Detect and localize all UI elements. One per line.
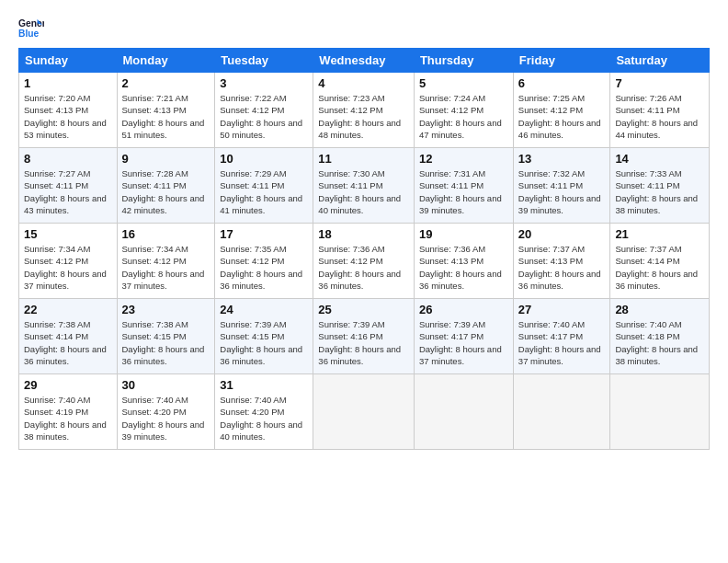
calendar-cell: 23Sunrise: 7:38 AMSunset: 4:15 PMDayligh…: [117, 299, 215, 374]
day-info: Sunrise: 7:39 AMSunset: 4:17 PMDaylight:…: [419, 319, 502, 366]
day-number: 27: [518, 303, 606, 316]
day-info: Sunrise: 7:37 AMSunset: 4:13 PMDaylight:…: [518, 244, 601, 291]
day-info: Sunrise: 7:28 AMSunset: 4:11 PMDaylight:…: [122, 168, 205, 215]
day-number: 3: [220, 76, 308, 90]
day-number: 24: [220, 303, 308, 316]
calendar-week-row: 1Sunrise: 7:20 AMSunset: 4:13 PMDaylight…: [19, 73, 710, 148]
day-info: Sunrise: 7:33 AMSunset: 4:11 PMDaylight:…: [615, 168, 698, 215]
calendar-cell: 9Sunrise: 7:28 AMSunset: 4:11 PMDaylight…: [117, 148, 215, 224]
calendar-week-row: 29Sunrise: 7:40 AMSunset: 4:19 PMDayligh…: [19, 374, 710, 450]
calendar-cell: [610, 374, 710, 450]
day-number: 16: [122, 227, 210, 241]
weekday-header: Friday: [513, 49, 610, 73]
day-number: 10: [220, 152, 308, 166]
day-number: 29: [24, 378, 112, 392]
day-number: 17: [220, 227, 308, 241]
day-number: 9: [122, 152, 210, 166]
calendar-cell: 8Sunrise: 7:27 AMSunset: 4:11 PMDaylight…: [19, 148, 118, 224]
calendar-cell: 17Sunrise: 7:35 AMSunset: 4:12 PMDayligh…: [215, 224, 313, 299]
day-info: Sunrise: 7:34 AMSunset: 4:12 PMDaylight:…: [122, 244, 205, 291]
calendar-cell: [313, 374, 415, 450]
calendar-cell: 28Sunrise: 7:40 AMSunset: 4:18 PMDayligh…: [610, 299, 710, 374]
day-number: 13: [518, 152, 606, 166]
calendar-cell: 26Sunrise: 7:39 AMSunset: 4:17 PMDayligh…: [414, 299, 513, 374]
weekday-header: Saturday: [610, 49, 710, 73]
day-number: 18: [318, 227, 409, 241]
calendar-cell: 19Sunrise: 7:36 AMSunset: 4:13 PMDayligh…: [414, 224, 513, 299]
day-info: Sunrise: 7:31 AMSunset: 4:11 PMDaylight:…: [419, 168, 502, 215]
day-info: Sunrise: 7:20 AMSunset: 4:13 PMDaylight:…: [24, 93, 107, 140]
calendar-cell: 3Sunrise: 7:22 AMSunset: 4:12 PMDaylight…: [215, 73, 313, 148]
calendar-table: SundayMondayTuesdayWednesdayThursdayFrid…: [18, 48, 710, 450]
day-number: 30: [122, 378, 210, 392]
weekday-header: Sunday: [19, 49, 118, 73]
day-info: Sunrise: 7:37 AMSunset: 4:14 PMDaylight:…: [615, 244, 698, 291]
day-info: Sunrise: 7:26 AMSunset: 4:11 PMDaylight:…: [615, 93, 698, 140]
day-info: Sunrise: 7:40 AMSunset: 4:18 PMDaylight:…: [615, 319, 698, 366]
weekday-header: Tuesday: [215, 49, 313, 73]
calendar-cell: 22Sunrise: 7:38 AMSunset: 4:14 PMDayligh…: [19, 299, 118, 374]
calendar-week-row: 8Sunrise: 7:27 AMSunset: 4:11 PMDaylight…: [19, 148, 710, 224]
day-number: 4: [318, 76, 409, 90]
calendar-cell: 11Sunrise: 7:30 AMSunset: 4:11 PMDayligh…: [313, 148, 415, 224]
calendar-cell: 14Sunrise: 7:33 AMSunset: 4:11 PMDayligh…: [610, 148, 710, 224]
calendar-cell: 5Sunrise: 7:24 AMSunset: 4:12 PMDaylight…: [414, 73, 513, 148]
day-info: Sunrise: 7:22 AMSunset: 4:12 PMDaylight:…: [220, 93, 302, 140]
day-number: 14: [615, 152, 704, 166]
day-number: 25: [318, 303, 409, 316]
weekday-header: Thursday: [414, 49, 513, 73]
calendar-week-row: 22Sunrise: 7:38 AMSunset: 4:14 PMDayligh…: [19, 299, 710, 374]
day-number: 1: [24, 76, 112, 90]
svg-text:Blue: Blue: [18, 29, 40, 39]
calendar-cell: 25Sunrise: 7:39 AMSunset: 4:16 PMDayligh…: [313, 299, 415, 374]
calendar-cell: 27Sunrise: 7:40 AMSunset: 4:17 PMDayligh…: [513, 299, 610, 374]
logo: General Blue: [18, 15, 48, 40]
calendar-cell: 16Sunrise: 7:34 AMSunset: 4:12 PMDayligh…: [117, 224, 215, 299]
day-number: 28: [615, 303, 704, 316]
day-info: Sunrise: 7:30 AMSunset: 4:11 PMDaylight:…: [318, 168, 401, 215]
day-info: Sunrise: 7:25 AMSunset: 4:12 PMDaylight:…: [518, 93, 601, 140]
day-number: 8: [24, 152, 112, 166]
day-info: Sunrise: 7:34 AMSunset: 4:12 PMDaylight:…: [24, 244, 107, 291]
page-header: General Blue: [18, 15, 710, 40]
day-info: Sunrise: 7:27 AMSunset: 4:11 PMDaylight:…: [24, 168, 107, 215]
day-info: Sunrise: 7:40 AMSunset: 4:20 PMDaylight:…: [122, 395, 205, 442]
day-info: Sunrise: 7:39 AMSunset: 4:16 PMDaylight:…: [318, 319, 401, 366]
calendar-cell: 7Sunrise: 7:26 AMSunset: 4:11 PMDaylight…: [610, 73, 710, 148]
day-info: Sunrise: 7:40 AMSunset: 4:20 PMDaylight:…: [220, 395, 302, 442]
day-number: 15: [24, 227, 112, 241]
day-info: Sunrise: 7:39 AMSunset: 4:15 PMDaylight:…: [220, 319, 302, 366]
day-info: Sunrise: 7:29 AMSunset: 4:11 PMDaylight:…: [220, 168, 302, 215]
calendar-week-row: 15Sunrise: 7:34 AMSunset: 4:12 PMDayligh…: [19, 224, 710, 299]
weekday-header: Monday: [117, 49, 215, 73]
logo-icon: General Blue: [18, 15, 44, 40]
calendar-cell: 21Sunrise: 7:37 AMSunset: 4:14 PMDayligh…: [610, 224, 710, 299]
day-info: Sunrise: 7:24 AMSunset: 4:12 PMDaylight:…: [419, 93, 502, 140]
calendar-header-row: SundayMondayTuesdayWednesdayThursdayFrid…: [19, 49, 710, 73]
day-info: Sunrise: 7:23 AMSunset: 4:12 PMDaylight:…: [318, 93, 401, 140]
calendar-page: General Blue SundayMondayTuesdayWednesda…: [0, 0, 728, 563]
calendar-cell: 20Sunrise: 7:37 AMSunset: 4:13 PMDayligh…: [513, 224, 610, 299]
day-number: 12: [419, 152, 508, 166]
day-info: Sunrise: 7:38 AMSunset: 4:15 PMDaylight:…: [122, 319, 205, 366]
day-number: 2: [122, 76, 210, 90]
day-number: 5: [419, 76, 508, 90]
day-info: Sunrise: 7:40 AMSunset: 4:19 PMDaylight:…: [24, 395, 107, 442]
day-number: 22: [24, 303, 112, 316]
day-number: 21: [615, 227, 704, 241]
calendar-cell: 1Sunrise: 7:20 AMSunset: 4:13 PMDaylight…: [19, 73, 118, 148]
day-number: 23: [122, 303, 210, 316]
weekday-header: Wednesday: [313, 49, 415, 73]
day-number: 26: [419, 303, 508, 316]
day-number: 6: [518, 76, 606, 90]
calendar-cell: 30Sunrise: 7:40 AMSunset: 4:20 PMDayligh…: [117, 374, 215, 450]
calendar-cell: 13Sunrise: 7:32 AMSunset: 4:11 PMDayligh…: [513, 148, 610, 224]
calendar-cell: [414, 374, 513, 450]
calendar-cell: 6Sunrise: 7:25 AMSunset: 4:12 PMDaylight…: [513, 73, 610, 148]
day-number: 31: [220, 378, 308, 392]
day-number: 11: [318, 152, 409, 166]
day-info: Sunrise: 7:21 AMSunset: 4:13 PMDaylight:…: [122, 93, 205, 140]
day-info: Sunrise: 7:36 AMSunset: 4:13 PMDaylight:…: [419, 244, 502, 291]
calendar-cell: 4Sunrise: 7:23 AMSunset: 4:12 PMDaylight…: [313, 73, 415, 148]
day-info: Sunrise: 7:40 AMSunset: 4:17 PMDaylight:…: [518, 319, 601, 366]
